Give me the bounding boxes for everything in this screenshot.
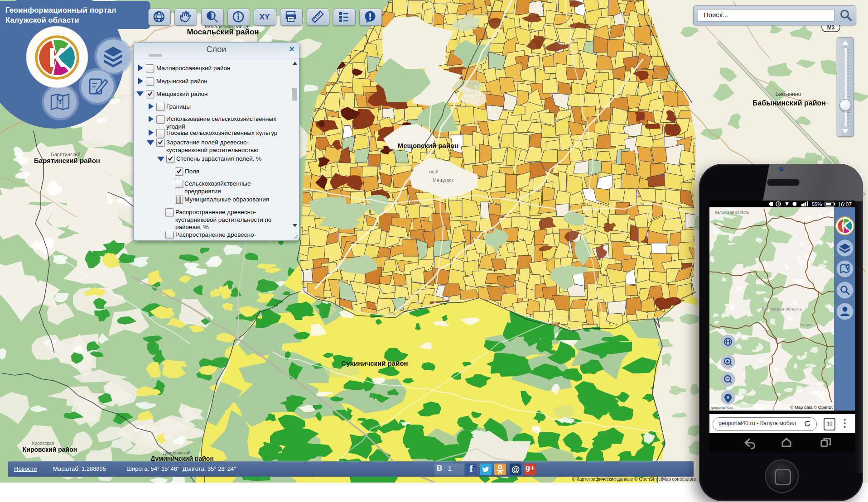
svg-text:© Картографические данные © Op: © Картографические данные © OpenStreetMa… bbox=[572, 477, 696, 482]
svg-text:Думиничский: Думиничский bbox=[163, 450, 190, 455]
svg-text:Сухиничский район: Сухиничский район bbox=[341, 359, 408, 367]
svg-text:Калужская область: Калужская область bbox=[762, 306, 802, 311]
svg-text:Барятинский район: Барятинский район bbox=[34, 157, 100, 164]
svg-text:Мещовский район: Мещовский район bbox=[398, 142, 459, 149]
svg-text:© Map data © OpenSt: © Map data © OpenSt bbox=[790, 405, 833, 410]
svg-text:Бабынино: Бабынино bbox=[776, 91, 801, 97]
svg-text:Мещовск: Мещовск bbox=[433, 177, 454, 183]
svg-text:55%: 55% bbox=[812, 201, 822, 207]
svg-text:Кировский район: Кировский район bbox=[23, 446, 77, 453]
svg-text:Барятинский: Барятинский bbox=[51, 152, 80, 157]
svg-text:М3: М3 bbox=[827, 24, 835, 31]
svg-text:XY: XY bbox=[260, 13, 270, 21]
svg-text:Калуга: Калуга bbox=[800, 323, 812, 327]
svg-text:Кировская: Кировская bbox=[32, 441, 54, 446]
svg-text:16:07: 16:07 bbox=[838, 201, 852, 208]
svg-text:ской: ской bbox=[429, 169, 439, 174]
svg-text:К: К bbox=[841, 220, 849, 232]
svg-text:Бабынинский район: Бабынинский район bbox=[752, 99, 826, 107]
svg-text:К: К bbox=[48, 42, 65, 73]
